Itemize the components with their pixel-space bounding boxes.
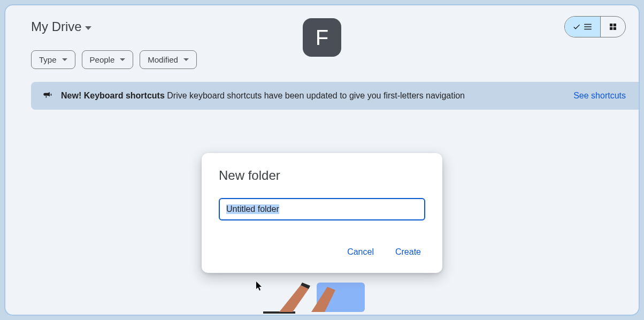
dialog-title: New folder [219,168,425,183]
cancel-button[interactable]: Cancel [343,244,378,260]
folder-name-input[interactable] [219,198,425,220]
new-folder-dialog: New folder Cancel Create [202,153,442,273]
drive-main-container: My Drive F Type People Modified [4,4,640,316]
dialog-scrim: New folder Cancel Create [5,5,639,315]
dialog-actions: Cancel Create [219,244,425,260]
create-button[interactable]: Create [391,244,425,260]
